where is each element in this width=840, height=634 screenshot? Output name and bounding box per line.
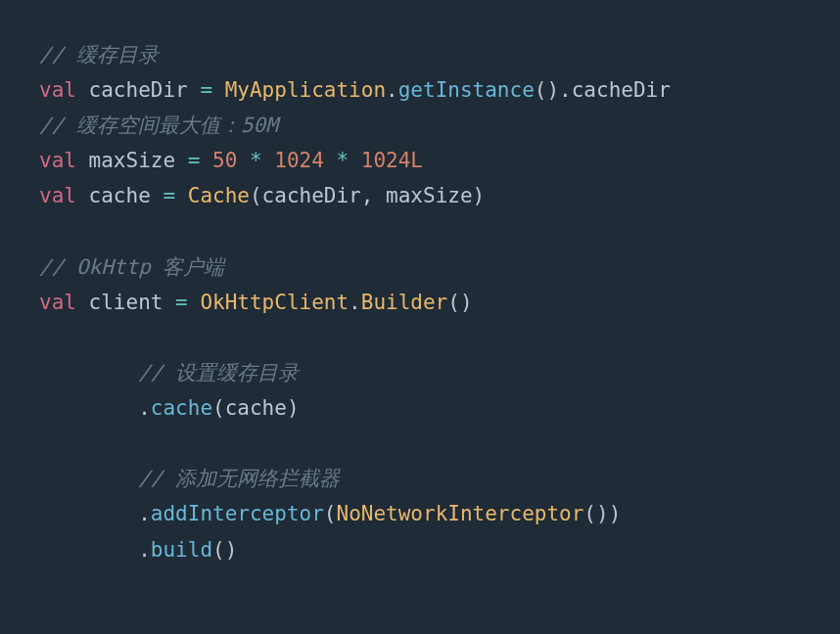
punct: ) bbox=[609, 502, 622, 525]
identifier: cacheDir bbox=[89, 78, 201, 102]
comment-line: // 添加无网络拦截器 bbox=[138, 467, 340, 490]
code-block: // 缓存目录 val cacheDir = MyApplication.get… bbox=[39, 37, 801, 567]
comment-line: // 缓存空间最大值：50M bbox=[39, 113, 278, 137]
operator: * bbox=[237, 149, 274, 172]
punct: ( bbox=[212, 396, 225, 420]
identifier: client bbox=[89, 291, 176, 314]
identifier: cacheDir bbox=[262, 184, 361, 207]
class-name: NoNetworkInterceptor bbox=[336, 502, 583, 525]
class-name: Cache bbox=[188, 184, 250, 207]
keyword-val: val bbox=[39, 78, 89, 102]
number: 50 bbox=[212, 149, 237, 172]
punct: ) bbox=[473, 184, 486, 207]
identifier: maxSize bbox=[386, 184, 473, 207]
punct: ) bbox=[287, 396, 300, 420]
class-name: MyApplication bbox=[225, 78, 386, 102]
method-call: getInstance bbox=[398, 78, 535, 102]
punct: . bbox=[386, 78, 398, 102]
method-call: cache bbox=[151, 396, 212, 420]
punct: . bbox=[138, 538, 151, 562]
indent bbox=[39, 467, 138, 490]
class-name: Builder bbox=[361, 291, 448, 314]
punct: . bbox=[349, 291, 361, 314]
identifier: cache bbox=[225, 396, 287, 420]
punct: ( bbox=[250, 184, 262, 207]
method-call: addInterceptor bbox=[151, 502, 324, 525]
identifier: cacheDir bbox=[572, 78, 671, 102]
punct: (). bbox=[535, 78, 572, 102]
number: 1024 bbox=[274, 149, 324, 172]
identifier: cache bbox=[89, 184, 163, 207]
method-call: build bbox=[151, 538, 212, 562]
operator: = bbox=[175, 291, 200, 314]
operator: = bbox=[200, 78, 224, 102]
number: 1024L bbox=[361, 149, 423, 172]
operator: = bbox=[163, 184, 187, 207]
keyword-val: val bbox=[39, 149, 89, 172]
comment-line: // OkHttp 客户端 bbox=[39, 255, 224, 279]
indent bbox=[39, 502, 138, 525]
identifier: maxSize bbox=[89, 149, 188, 172]
keyword-val: val bbox=[39, 291, 89, 314]
class-name: OkHttpClient bbox=[200, 291, 349, 314]
indent bbox=[39, 361, 138, 385]
punct: () bbox=[583, 502, 608, 525]
punct: , bbox=[361, 184, 386, 207]
punct: () bbox=[212, 538, 237, 562]
comment-line: // 缓存目录 bbox=[39, 43, 159, 67]
punct: . bbox=[138, 502, 151, 525]
indent bbox=[39, 396, 138, 420]
operator: = bbox=[188, 149, 212, 172]
punct: ( bbox=[324, 502, 337, 525]
punct: . bbox=[138, 396, 151, 420]
operator: * bbox=[324, 149, 361, 172]
comment-line: // 设置缓存目录 bbox=[138, 361, 299, 385]
indent bbox=[39, 538, 138, 562]
punct: () bbox=[447, 291, 472, 314]
keyword-val: val bbox=[39, 184, 89, 207]
